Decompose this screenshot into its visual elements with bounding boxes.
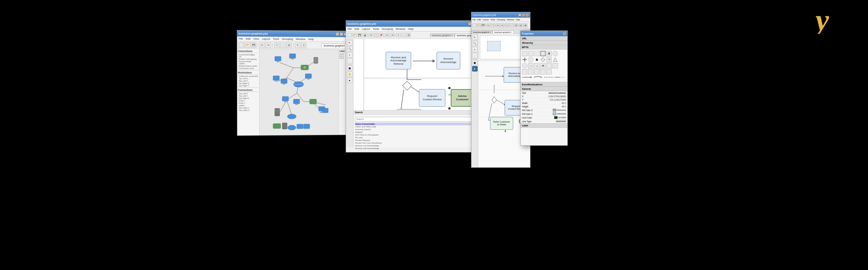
ctrl-plus[interactable]: +	[347, 52, 352, 58]
toolbar-select[interactable]: ↖	[295, 42, 300, 48]
tool-node-active[interactable]: ●	[472, 66, 478, 71]
toolbar-move[interactable]: ✋	[301, 42, 306, 48]
ptb-undo[interactable]: ↩	[385, 33, 389, 37]
shape-r4-1[interactable]	[522, 69, 527, 75]
main-minimize[interactable]: _	[518, 14, 521, 17]
conn-shape-1[interactable]	[522, 75, 532, 79]
mtb-5[interactable]: 📋	[490, 23, 494, 27]
node-refer-retail[interactable]: Refer Customerto Retail	[397, 109, 421, 110]
menu-tools[interactable]: Tools	[273, 37, 279, 40]
node-receive-acknowledge[interactable]: Receive Acknowledge	[437, 52, 460, 69]
tool-zoom[interactable]: 🔍	[472, 41, 478, 46]
ptb-paste[interactable]: 📌	[379, 33, 383, 37]
mmenu-tools[interactable]: Tools	[490, 19, 495, 21]
pmenu-window[interactable]: Window	[396, 27, 405, 30]
mtb-4[interactable]: ✂	[486, 23, 490, 27]
toolbar-undo[interactable]: ↩	[260, 42, 265, 48]
node-receive-referral[interactable]: Receive andAcknowledgeReferral	[386, 52, 411, 69]
shape-circle[interactable]	[552, 51, 558, 56]
menu-edit[interactable]: Edit	[246, 37, 250, 40]
ctrl-minus[interactable]: -	[347, 58, 352, 64]
mmenu-file[interactable]: File	[472, 19, 476, 21]
node-advise-customer[interactable]: Advise Customer	[451, 89, 474, 107]
ptb-save[interactable]: 💾	[358, 33, 362, 37]
mtb-6[interactable]: ↩	[496, 23, 500, 27]
tab-business1[interactable]: business.graphml ×	[430, 34, 455, 37]
mtb-2[interactable]: 📂	[477, 23, 481, 27]
pmenu-help[interactable]: Help	[408, 27, 413, 30]
tool-pointer[interactable]: ↖	[472, 35, 478, 40]
fill-color-swatch-2[interactable]	[553, 112, 556, 115]
menu-help[interactable]: Help	[308, 38, 314, 41]
toolbar-open[interactable]: 📂	[245, 42, 250, 48]
conn-shape-4[interactable]	[554, 75, 565, 79]
mmenu-window[interactable]: Window	[507, 19, 514, 21]
shape-plus[interactable]	[522, 57, 527, 62]
search-result-selected[interactable]: Select Connected(s)	[355, 123, 480, 125]
ptb-print[interactable]: 🖨	[363, 33, 367, 37]
minimize-button[interactable]: _	[336, 33, 339, 36]
ptb-zoomout[interactable]: -	[401, 33, 406, 37]
shape-rect-1[interactable]	[522, 51, 527, 56]
search-item-5[interactable]: PA Loan	[355, 136, 480, 139]
shape-r4-2[interactable]	[528, 69, 533, 75]
network-canvas[interactable]	[260, 49, 339, 135]
toolbar-new[interactable]: 📄	[239, 42, 244, 47]
ptb-new[interactable]: 📄	[347, 33, 352, 37]
search-input[interactable]	[355, 117, 480, 122]
mmenu-edit[interactable]: Edit	[478, 19, 481, 21]
shape-circle-2[interactable]	[528, 57, 533, 62]
menu-file[interactable]: File	[239, 37, 243, 40]
search-item-7[interactable]: Review Ten Core S(anything)	[355, 142, 480, 144]
shape-rect-bold[interactable]	[540, 51, 546, 56]
ptb-copy[interactable]: 📋	[374, 33, 378, 37]
ctrl-zoom[interactable]: 🔍	[347, 46, 352, 51]
conn-shape-3[interactable]	[544, 75, 554, 79]
main-maximize[interactable]: □	[522, 14, 525, 17]
search-item-4[interactable]: NGS Rule-on Downgradd	[355, 133, 480, 136]
search-item-2[interactable]: Incoming Type(s)	[355, 128, 480, 131]
line-type-swatch[interactable]	[556, 120, 566, 123]
maximize-button[interactable]: □	[340, 33, 343, 36]
shape-doc[interactable]: 📄	[546, 63, 552, 68]
shape-rect-rounded[interactable]	[528, 51, 533, 56]
fill-color-swatch-1[interactable]	[553, 109, 556, 111]
mmenu-help[interactable]: Help	[516, 19, 520, 21]
main-node-refer[interactable]: Refer Customerto Retail	[490, 117, 513, 130]
pmenu-edit[interactable]: Edit	[355, 27, 359, 30]
shape-tri[interactable]	[552, 57, 558, 62]
tab-business-graphml[interactable]: business.graphml	[321, 43, 347, 47]
shape-diamond[interactable]	[540, 57, 546, 62]
tab-main-2[interactable]: business-graphml ×	[492, 30, 514, 34]
tool-zoomout[interactable]: -	[472, 53, 478, 58]
shape-arrow-down[interactable]: ↓	[534, 63, 540, 68]
shape-arrow-right[interactable]: →	[528, 63, 533, 68]
mtb-7[interactable]: ↪	[500, 23, 504, 27]
ctrl-select[interactable]: ▣	[347, 65, 352, 71]
search-item-3[interactable]: Register	[355, 131, 480, 133]
pmenu-layout[interactable]: Layout	[362, 27, 370, 30]
tab-main-1[interactable]: business.graphml ×	[471, 30, 492, 34]
search-item-8[interactable]: Receive and Acknowledge	[355, 144, 480, 147]
shape-r4-5[interactable]	[546, 69, 552, 75]
mtb-9[interactable]: -	[509, 23, 513, 27]
mtb-10[interactable]: ⊡	[514, 23, 518, 27]
line-color-swatch[interactable]	[554, 116, 558, 119]
toolbar-save[interactable]: 💾	[251, 42, 256, 48]
search-item-9[interactable]: Receive and Acknowledge	[355, 147, 480, 149]
ctrl-drag[interactable]: ✋	[347, 71, 352, 77]
node-request-review[interactable]: RequestContact Review	[419, 89, 445, 107]
shape-rect-dashed[interactable]	[534, 51, 540, 56]
pmenu-file[interactable]: File	[347, 27, 352, 30]
menu-layout[interactable]: Layout	[262, 37, 270, 40]
conn-shape-2[interactable]	[533, 75, 543, 79]
menu-window[interactable]: Window	[296, 38, 305, 41]
props-close[interactable]: ×	[563, 32, 566, 35]
shape-wave[interactable]: 〜	[546, 57, 552, 62]
mtb-8[interactable]: +	[505, 23, 509, 27]
ptb-zoomin[interactable]: +	[396, 33, 401, 37]
menu-view[interactable]: View	[253, 37, 259, 40]
shape-r4-3[interactable]	[534, 69, 540, 75]
tool-zoomin[interactable]: +	[472, 47, 478, 52]
mtb-1[interactable]: 📄	[472, 23, 476, 27]
